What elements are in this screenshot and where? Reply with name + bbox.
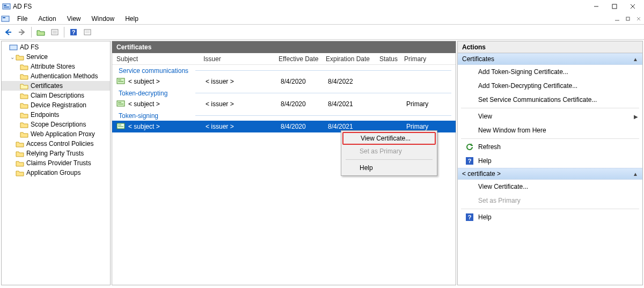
cell-expiration: 8/4/2022 [328, 78, 382, 85]
action-label: Set as Primary [478, 197, 521, 204]
cell-issuer: < issuer > [206, 100, 281, 108]
action-help[interactable]: ? Help [458, 154, 642, 168]
ctx-help[interactable]: Help [342, 161, 436, 174]
tree-access-control-policies[interactable]: Access Control Policies [2, 139, 110, 149]
tree-certificates[interactable]: Certificates [2, 81, 110, 91]
tree-item-label: Scope Descriptions [31, 121, 86, 128]
action-set-service-comm-cert[interactable]: Set Service Communications Certificate..… [458, 93, 642, 107]
menu-view[interactable]: View [62, 13, 86, 25]
actions-section-certificate-item[interactable]: < certificate > ▲ [458, 168, 642, 180]
action-new-window[interactable]: New Window from Here [458, 123, 642, 137]
svg-rect-11 [626, 17, 630, 20]
tree-claims-provider-trusts[interactable]: Claims Provider Trusts [2, 158, 110, 168]
folder-icon [20, 130, 28, 138]
toolbar-properties-button[interactable] [49, 26, 61, 38]
cell-primary: Primary [406, 123, 440, 130]
column-headers: Subject Issuer Effective Date Expiration… [112, 53, 456, 65]
svg-text:?: ? [468, 214, 472, 220]
tree-root-adfs[interactable]: AD FS [2, 42, 110, 52]
cell-issuer: < issuer > [206, 78, 281, 85]
group-token-decrypting: Token-decrypting [112, 87, 456, 98]
section-label: < certificate > [462, 170, 501, 178]
menu-help[interactable]: Help [120, 13, 144, 25]
cell-issuer: < issuer > [206, 123, 281, 130]
toolbar-list-button[interactable] [82, 26, 93, 38]
tree-scope-descriptions[interactable]: Scope Descriptions [2, 120, 110, 129]
menu-file[interactable]: File [12, 13, 33, 25]
menu-action[interactable]: Action [33, 13, 61, 25]
tree-item-label: Application Groups [26, 169, 80, 176]
tree-web-application-proxy[interactable]: Web Application Proxy [2, 129, 110, 139]
folder-icon [16, 140, 24, 147]
svg-rect-22 [84, 29, 91, 35]
action-view-certificate[interactable]: View Certificate... [458, 180, 642, 194]
tree-item-label: Attribute Stores [31, 63, 75, 70]
help-icon: ? [465, 157, 474, 165]
maximize-button[interactable] [605, 0, 624, 13]
folder-icon [20, 63, 28, 70]
mdi-restore-button[interactable] [623, 14, 633, 24]
context-menu: View Certificate... Set as Primary Help [341, 130, 437, 176]
menu-window[interactable]: Window [86, 13, 120, 25]
mid-panel-title: Certificates [112, 41, 456, 53]
menu-bar: File Action View Window Help [0, 13, 644, 25]
svg-text:?: ? [72, 29, 76, 35]
col-primary[interactable]: Primary [404, 55, 437, 63]
tree-device-registration[interactable]: Device Registration [2, 100, 110, 110]
col-issuer[interactable]: Issuer [203, 55, 279, 63]
collapse-up-icon: ▲ [633, 171, 638, 177]
svg-rect-9 [3, 17, 5, 18]
action-view[interactable]: View▶ [458, 109, 642, 123]
cert-row[interactable]: < subject > < issuer > 8/4/2020 8/4/2021… [112, 98, 456, 110]
window-title: AD FS [13, 3, 32, 10]
toolbar-help-button[interactable]: ? [68, 26, 79, 38]
tree-item-label: Web Application Proxy [31, 130, 95, 138]
refresh-icon [465, 143, 474, 151]
folder-icon [20, 111, 28, 119]
svg-rect-1 [4, 5, 6, 6]
col-subject[interactable]: Subject [116, 55, 203, 63]
mdi-minimize-button[interactable] [612, 14, 622, 24]
tree-service[interactable]: ⌄ Service [2, 52, 110, 62]
certificate-icon [116, 77, 125, 85]
collapse-icon[interactable]: ⌄ [9, 54, 16, 60]
actions-section-certificates[interactable]: Certificates ▲ [458, 53, 642, 65]
folder-open-icon [20, 82, 28, 90]
action-label: Help [478, 213, 492, 221]
tree-application-groups[interactable]: Application Groups [2, 168, 110, 178]
mdi-close-button[interactable] [634, 14, 643, 24]
action-help-2[interactable]: ? Help [458, 210, 642, 224]
col-effective[interactable]: Effective Date [279, 55, 326, 63]
close-button[interactable] [624, 0, 642, 13]
svg-text:?: ? [468, 158, 472, 164]
tree-attribute-stores[interactable]: Attribute Stores [2, 62, 110, 71]
adfs-app-icon [2, 2, 11, 11]
tree-root-label: AD FS [20, 43, 39, 51]
nav-back-button[interactable] [2, 26, 14, 38]
col-status[interactable]: Status [379, 55, 404, 63]
action-add-token-decrypting[interactable]: Add Token-Decrypting Certificate... [458, 79, 642, 93]
ctx-set-as-primary: Set as Primary [342, 145, 436, 158]
toolbar-folder-button[interactable] [35, 26, 47, 38]
cert-row[interactable]: < subject > < issuer > 8/4/2020 8/4/2022 [112, 76, 456, 87]
ctx-separator [346, 159, 433, 160]
help-icon: ? [465, 213, 474, 221]
folder-icon [20, 72, 28, 80]
minimize-button[interactable] [587, 0, 605, 13]
action-label: Help [478, 157, 492, 165]
tree-claim-descriptions[interactable]: Claim Descriptions [2, 91, 110, 100]
col-expiration[interactable]: Expiration Date [326, 55, 379, 63]
tree-endpoints[interactable]: Endpoints [2, 110, 110, 120]
folder-icon [20, 92, 28, 99]
folder-icon [16, 169, 24, 176]
action-add-token-signing[interactable]: Add Token-Signing Certificate... [458, 65, 642, 79]
tree-relying-party-trusts[interactable]: Relying Party Trusts [2, 149, 110, 158]
nav-tree: AD FS ⌄ Service Attribute Stores Authent… [1, 41, 111, 285]
tree-authentication-methods[interactable]: Authentication Methods [2, 71, 110, 81]
cell-subject: < subject > [128, 100, 206, 108]
ctx-view-certificate[interactable]: View Certificate... [342, 132, 436, 145]
svg-rect-29 [117, 101, 125, 106]
action-refresh[interactable]: Refresh [458, 140, 642, 154]
adfs-root-icon [9, 43, 18, 51]
nav-forward-button[interactable] [16, 26, 28, 38]
